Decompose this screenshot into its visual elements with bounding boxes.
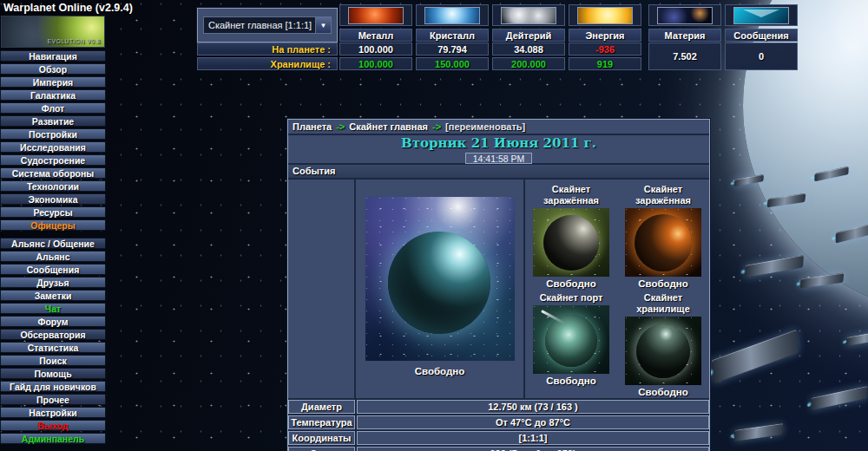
resource-name: Дейтерий — [492, 29, 565, 42]
resource-on-planet-value: -936 — [569, 42, 641, 56]
planet-select-value: Скайнет главная [1:1:1] — [204, 17, 315, 33]
sidebar-menu: НавигацияОбзорИмперияГалактикаФлотРазвит… — [0, 50, 106, 444]
resource-on-planet-value: 34.088 — [492, 42, 565, 56]
sidebar-item-28[interactable]: Выход — [0, 420, 106, 431]
spaceship-art — [745, 255, 804, 278]
moon-status: Свободно — [546, 376, 596, 386]
moon-status: Свободно — [638, 278, 688, 289]
sidebar-item-3[interactable]: Галактика — [0, 89, 106, 101]
energy-icon — [577, 7, 633, 24]
planet-overview-panel: Планета -> Скайнет главная -> [переимено… — [287, 119, 710, 451]
matter-icon-cell — [648, 4, 721, 26]
events-column-empty — [288, 180, 354, 398]
moon-status: Свободно — [638, 387, 688, 397]
sidebar-item-1[interactable]: Обзор — [0, 63, 106, 75]
resource-name: Материя — [648, 29, 721, 42]
sidebar-item-22[interactable]: Статистика — [0, 342, 106, 353]
chevron-down-icon[interactable]: ▼ — [315, 17, 331, 33]
info-row-3: Очки983 (Ранг 6 из 252) — [288, 447, 709, 451]
info-value: 12.750 км (73 / 163 ) — [357, 400, 709, 414]
resource-storage-value: 200.000 — [492, 57, 565, 70]
resource-storage-value: 100.000 — [339, 57, 412, 70]
sidebar-item-9[interactable]: Система обороны — [0, 167, 106, 179]
crystal-icon-cell — [416, 4, 489, 26]
sidebar-item-12[interactable]: Ресурсы — [0, 206, 106, 218]
current-date: Вторник 21 Июня 2011 г. — [288, 136, 709, 150]
resource-name: Энергия — [569, 29, 641, 42]
sidebar-item-11: Экономика — [0, 193, 106, 205]
moon-disc-art — [636, 324, 690, 378]
sidebar-item-27[interactable]: Настройки — [0, 407, 106, 418]
moon-image[interactable] — [533, 305, 609, 374]
sidebar-item-23[interactable]: Поиск — [0, 355, 106, 366]
metal-icon — [348, 7, 404, 24]
logo-caption: EVOLUTION V0.8 — [48, 38, 101, 44]
planet-select-panel: Скайнет главная [1:1:1] ▼ — [197, 8, 338, 42]
messages-icon — [733, 7, 789, 24]
resource-on-planet-value: 100.000 — [339, 42, 412, 56]
moon-image[interactable] — [533, 208, 609, 277]
matter-icon — [657, 7, 713, 24]
sidebar-item-26: Прочее — [0, 394, 106, 405]
rename-planet-link[interactable]: [переименовать] — [445, 121, 525, 132]
sidebar-item-24: Помощь — [0, 368, 106, 379]
spaceship-art — [712, 330, 799, 383]
date-row: Вторник 21 Июня 2011 г. 14:41:58 PM — [288, 135, 709, 163]
game-logo: EVOLUTION V0.8 — [1, 16, 105, 48]
sidebar-item-6[interactable]: Постройки — [0, 128, 106, 140]
on-planet-row-label: На планете : — [197, 42, 338, 56]
main-planet-image[interactable] — [365, 197, 515, 361]
resource-storage-value: 919 — [569, 57, 641, 70]
resource-storage-value: 150.000 — [416, 57, 489, 70]
resource-value: 0 — [725, 42, 798, 70]
info-value: 983 (Ранг 6 из 252) — [357, 447, 709, 451]
moon-status: Свободно — [546, 278, 596, 289]
planet-info-table: Диаметр12.750 км (73 / 163 )ТемператураО… — [288, 400, 709, 451]
sidebar-item-4[interactable]: Флот — [0, 102, 106, 114]
sidebar-item-5: Развитие — [0, 115, 106, 127]
moons-grid: Скайнет заражённаяСвободноСкайнет заражё… — [525, 180, 709, 398]
moon-image[interactable] — [625, 317, 701, 385]
sidebar-item-2[interactable]: Империя — [0, 76, 106, 88]
metal-icon-cell — [339, 4, 412, 26]
messages-icon-cell — [725, 4, 798, 26]
sidebar-item-14: Альянс / Общение — [0, 238, 106, 249]
info-value: [1:1:1] — [357, 431, 709, 445]
sidebar-item-13[interactable]: Офицеры — [0, 219, 106, 231]
main-planet-status: Свободно — [415, 366, 465, 376]
sidebar-item-19[interactable]: Чат — [0, 303, 106, 314]
crystal-icon — [424, 7, 480, 24]
info-value: От 47°C до 87°C — [357, 415, 709, 429]
sidebar-item-7[interactable]: Исследования — [0, 141, 106, 153]
info-label: Температура — [288, 415, 355, 429]
sidebar-item-21: Обсерватория — [0, 329, 106, 340]
moon-image[interactable] — [625, 208, 701, 277]
sidebar-item-17[interactable]: Друзья — [0, 277, 106, 288]
sidebar-item-18[interactable]: Заметки — [0, 290, 106, 301]
spaceship-art — [811, 386, 867, 410]
sidebar-item-10[interactable]: Технологии — [0, 180, 106, 192]
current-time: 14:41:58 PM — [465, 153, 533, 164]
sidebar-item-8[interactable]: Судостроение — [0, 154, 106, 166]
moon-cell-3: Скайнет хранилищеСвободно — [617, 290, 709, 398]
moon-name: Скайнет порт — [540, 292, 603, 304]
sidebar-item-16[interactable]: Сообщения — [0, 264, 106, 275]
sidebar: Warplanet Online (v2.9.4) EVOLUTION V0.8… — [0, 0, 106, 446]
moon-disc-art — [543, 215, 599, 271]
sidebar-item-20[interactable]: Форум — [0, 316, 106, 327]
planet-select[interactable]: Скайнет главная [1:1:1] ▼ — [203, 16, 332, 34]
app-title: Warplanet Online (v2.9.4) — [0, 0, 106, 16]
sidebar-item-25[interactable]: Гайд для новичков — [0, 381, 106, 392]
planet-disc-art — [388, 232, 490, 334]
sidebar-item-15[interactable]: Альянс — [0, 251, 106, 262]
sidebar-item-0: Навигация — [0, 50, 106, 62]
resource-on-planet-value: 79.794 — [416, 42, 489, 56]
moon-disc-art — [635, 214, 692, 271]
moon-name: Скайнет хранилище — [620, 292, 707, 315]
resource-name: Металл — [339, 29, 412, 42]
app-version: (v2.9.4) — [95, 2, 133, 14]
sidebar-item-29[interactable]: Админпанель — [0, 433, 106, 444]
spaceship-art — [800, 272, 845, 288]
breadcrumb-root: Планета — [293, 121, 332, 132]
info-label: Очки — [288, 447, 355, 451]
